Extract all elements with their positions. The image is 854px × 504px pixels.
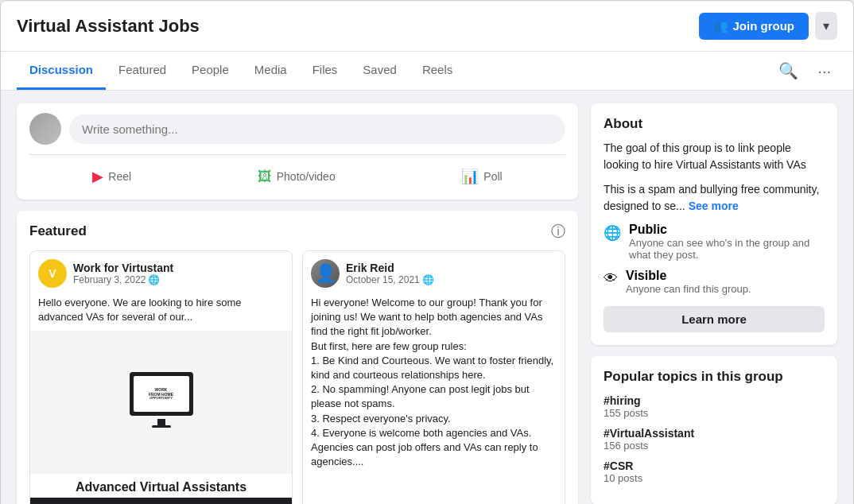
topic-tag-2[interactable]: #VirtualAssistant — [604, 427, 825, 440]
left-column: ▶ Reel 🖼 Photo/video 📊 Poll Featu — [17, 103, 578, 504]
card-2-avatar: 👤 — [311, 259, 340, 288]
featured-section: Featured ⓘ V Work for Virtustant Februar… — [17, 211, 578, 504]
monitor-base — [152, 425, 171, 428]
visible-subtitle: Anyone can find this group. — [626, 283, 751, 295]
about-visible-row: 👁 Visible Anyone can find this group. — [604, 269, 825, 295]
public-title: Public — [629, 223, 825, 237]
topics-title: Popular topics in this group — [604, 369, 825, 385]
more-icon: ··· — [817, 62, 831, 79]
visible-title: Visible — [626, 269, 751, 283]
topics-panel: Popular topics in this group #hiring 155… — [591, 356, 837, 504]
more-options-button[interactable]: ··· — [811, 56, 837, 85]
tab-saved[interactable]: Saved — [350, 52, 410, 90]
globe-icon-2: 🌐 — [422, 274, 434, 285]
post-box: ▶ Reel 🖼 Photo/video 📊 Poll — [17, 103, 578, 200]
featured-cards: V Work for Virtustant February 3, 2022 🌐… — [29, 250, 565, 504]
topic-posts-3: 10 posts — [604, 472, 825, 484]
about-public-row: 🌐 Public Anyone can see who's in the gro… — [604, 223, 825, 261]
group-title: Virtual Assistant Jobs — [17, 16, 200, 37]
main-content: ▶ Reel 🖼 Photo/video 📊 Poll Featu — [1, 91, 853, 504]
poll-button[interactable]: 📊 Poll — [450, 163, 513, 190]
photo-icon: 🖼 — [258, 169, 272, 185]
card-1-header: V Work for Virtustant February 3, 2022 🌐 — [30, 251, 292, 296]
user-avatar — [29, 113, 61, 145]
card-2-name: Erik Reid — [346, 262, 434, 274]
about-panel: About The goal of this group is to link … — [591, 103, 837, 345]
reel-button[interactable]: ▶ Reel — [81, 163, 142, 190]
topic-posts-1: 155 posts — [604, 407, 825, 419]
card-2-header: 👤 Erik Reid October 15, 2021 🌐 — [303, 251, 565, 296]
card-1-footer[interactable]: APPLY NOW — [30, 498, 292, 504]
post-input[interactable] — [69, 114, 565, 144]
card-1-info: Work for Virtustant February 3, 2022 🌐 — [73, 262, 173, 285]
tab-discussion[interactable]: Discussion — [17, 52, 106, 90]
monitor-screen: WORK FROM HOME Opportunity — [134, 376, 189, 412]
about-description-1: The goal of this group is to link people… — [604, 140, 825, 173]
group-header: Virtual Assistant Jobs 👥 Join group ▾ — [1, 1, 853, 52]
card-2-info: Erik Reid October 15, 2021 🌐 — [346, 262, 434, 285]
card-1-image: WORK FROM HOME Opportunity — [30, 331, 292, 474]
card-1-date: February 3, 2022 🌐 — [73, 274, 173, 285]
monitor-stand — [157, 419, 165, 425]
featured-header: Featured ⓘ — [29, 222, 565, 241]
public-subtitle: Anyone can see who's in the group and wh… — [629, 237, 825, 261]
card-1-big-title: Advanced Virtual Assistants — [30, 474, 292, 498]
join-group-button[interactable]: 👥 Join group — [699, 13, 809, 40]
chevron-down-icon: ▾ — [823, 19, 829, 33]
featured-card-1[interactable]: V Work for Virtustant February 3, 2022 🌐… — [29, 250, 293, 504]
globe-icon: 🌐 — [604, 224, 621, 242]
topic-item-3: #CSR 10 posts — [604, 459, 825, 484]
monitor-text-opp: Opportunity — [149, 397, 173, 401]
about-public-content: Public Anyone can see who's in the group… — [629, 223, 825, 261]
topic-item-2: #VirtualAssistant 156 posts — [604, 427, 825, 452]
poll-icon: 📊 — [461, 168, 479, 185]
topic-tag-1[interactable]: #hiring — [604, 394, 825, 407]
featured-card-2[interactable]: 👤 Erik Reid October 15, 2021 🌐 Hi everyo… — [302, 250, 565, 504]
topic-posts-2: 156 posts — [604, 440, 825, 452]
globe-icon-1: 🌐 — [148, 274, 160, 285]
header-actions: 👥 Join group ▾ — [699, 12, 838, 40]
tabs-right-actions: 🔍 ··· — [772, 56, 837, 85]
search-icon: 🔍 — [778, 62, 798, 79]
info-icon[interactable]: ⓘ — [551, 222, 565, 241]
post-actions: ▶ Reel 🖼 Photo/video 📊 Poll — [29, 154, 565, 190]
about-description-2: This is a spam and bullying free communi… — [604, 181, 825, 215]
topic-item-1: #hiring 155 posts — [604, 394, 825, 419]
card-1-name: Work for Virtustant — [73, 262, 173, 274]
see-more-link[interactable]: See more — [689, 200, 739, 212]
tab-people[interactable]: People — [179, 52, 242, 90]
eye-icon: 👁 — [604, 270, 618, 287]
nav-tabs: Discussion Featured People Media Files S… — [1, 52, 853, 91]
card-2-date: October 15, 2021 🌐 — [346, 274, 434, 285]
tab-featured[interactable]: Featured — [106, 52, 179, 90]
search-button[interactable]: 🔍 — [772, 56, 805, 85]
monitor-display: WORK FROM HOME Opportunity — [130, 372, 193, 416]
app-window: Virtual Assistant Jobs 👥 Join group ▾ Di… — [0, 0, 854, 504]
tabs-list: Discussion Featured People Media Files S… — [17, 52, 465, 90]
featured-title: Featured — [29, 223, 87, 239]
header-dropdown-button[interactable]: ▾ — [815, 12, 837, 40]
right-column: About The goal of this group is to link … — [591, 103, 837, 504]
card-1-text: Hello everyone. We are looking to hire s… — [30, 296, 292, 331]
reel-icon: ▶ — [92, 168, 103, 185]
post-input-row — [29, 113, 565, 145]
photo-video-button[interactable]: 🖼 Photo/video — [246, 163, 347, 190]
tab-files[interactable]: Files — [300, 52, 351, 90]
about-visible-content: Visible Anyone can find this group. — [626, 269, 751, 295]
people-icon: 👥 — [713, 19, 728, 33]
tab-reels[interactable]: Reels — [410, 52, 465, 90]
learn-more-button[interactable]: Learn more — [604, 306, 825, 332]
wfh-desk-scene: WORK FROM HOME Opportunity — [130, 372, 193, 432]
topic-tag-3[interactable]: #CSR — [604, 459, 825, 472]
card-1-avatar: V — [38, 259, 67, 288]
about-title: About — [604, 116, 825, 132]
tab-media[interactable]: Media — [242, 52, 300, 90]
card-2-text: Hi everyone! Welcome to our group! Thank… — [303, 296, 565, 475]
